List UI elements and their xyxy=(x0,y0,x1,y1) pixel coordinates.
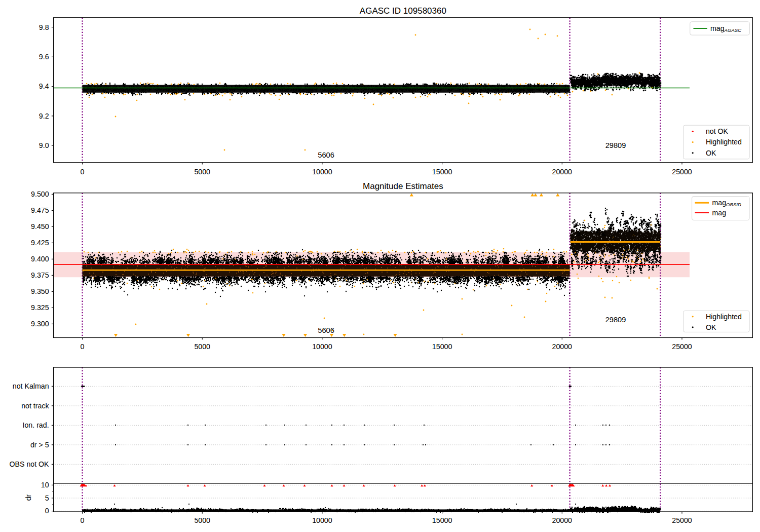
svg-text:5000: 5000 xyxy=(194,516,210,524)
svg-text:not Kalman: not Kalman xyxy=(13,382,49,390)
svg-text:9.2: 9.2 xyxy=(39,112,49,120)
svg-text:0: 0 xyxy=(45,507,49,515)
svg-text:9.400: 9.400 xyxy=(31,255,49,263)
svg-text:9.6: 9.6 xyxy=(39,53,49,61)
svg-text:5: 5 xyxy=(45,494,49,502)
svg-text:10000: 10000 xyxy=(312,516,332,524)
svg-text:9.425: 9.425 xyxy=(31,239,49,247)
svg-text:15000: 15000 xyxy=(432,516,452,524)
svg-text:9.375: 9.375 xyxy=(31,271,49,279)
svg-text:AGASC ID 109580360: AGASC ID 109580360 xyxy=(360,6,446,16)
svg-text:OK: OK xyxy=(706,323,716,331)
svg-text:OK: OK xyxy=(706,149,716,157)
svg-text:15000: 15000 xyxy=(432,343,452,351)
svg-text:9.500: 9.500 xyxy=(31,190,49,198)
svg-text:0: 0 xyxy=(81,516,85,524)
svg-text:29809: 29809 xyxy=(605,316,626,324)
svg-text:29809: 29809 xyxy=(605,141,626,149)
svg-text:25000: 25000 xyxy=(672,168,692,176)
svg-text:5606: 5606 xyxy=(318,326,334,334)
svg-text:9.350: 9.350 xyxy=(31,287,49,295)
svg-text:9.325: 9.325 xyxy=(31,303,49,312)
svg-text:Highlighted: Highlighted xyxy=(706,313,742,321)
svg-text:Ion. rad.: Ion. rad. xyxy=(23,421,49,429)
svg-text:20000: 20000 xyxy=(552,516,573,524)
svg-text:10000: 10000 xyxy=(312,343,332,351)
svg-text:10000: 10000 xyxy=(312,168,332,176)
svg-text:mag: mag xyxy=(712,209,727,217)
svg-text:20000: 20000 xyxy=(552,343,573,351)
svg-text:not track: not track xyxy=(21,402,49,410)
svg-text:9.450: 9.450 xyxy=(31,222,49,231)
svg-text:20000: 20000 xyxy=(552,168,573,176)
svg-text:OBS not OK: OBS not OK xyxy=(10,460,50,468)
svg-text:9.8: 9.8 xyxy=(39,23,49,31)
svg-text:9.300: 9.300 xyxy=(31,320,49,328)
svg-text:5000: 5000 xyxy=(194,168,210,176)
svg-text:0: 0 xyxy=(81,343,85,351)
svg-text:5606: 5606 xyxy=(318,151,334,159)
svg-text:9.4: 9.4 xyxy=(39,82,49,90)
svg-text:9.0: 9.0 xyxy=(39,141,49,149)
svg-text:Magnitude Estimates: Magnitude Estimates xyxy=(363,181,443,191)
svg-text:0: 0 xyxy=(81,168,85,176)
svg-text:25000: 25000 xyxy=(672,343,692,351)
svg-text:9.475: 9.475 xyxy=(31,206,49,214)
svg-text:not OK: not OK xyxy=(706,127,729,135)
svg-text:15000: 15000 xyxy=(432,168,452,176)
svg-text:dr > 5: dr > 5 xyxy=(30,441,49,449)
svg-text:5000: 5000 xyxy=(194,343,210,351)
svg-text:Highlighted: Highlighted xyxy=(706,138,742,146)
svg-text:25000: 25000 xyxy=(672,516,692,524)
svg-text:10: 10 xyxy=(41,481,49,489)
svg-text:dr: dr xyxy=(24,494,32,501)
